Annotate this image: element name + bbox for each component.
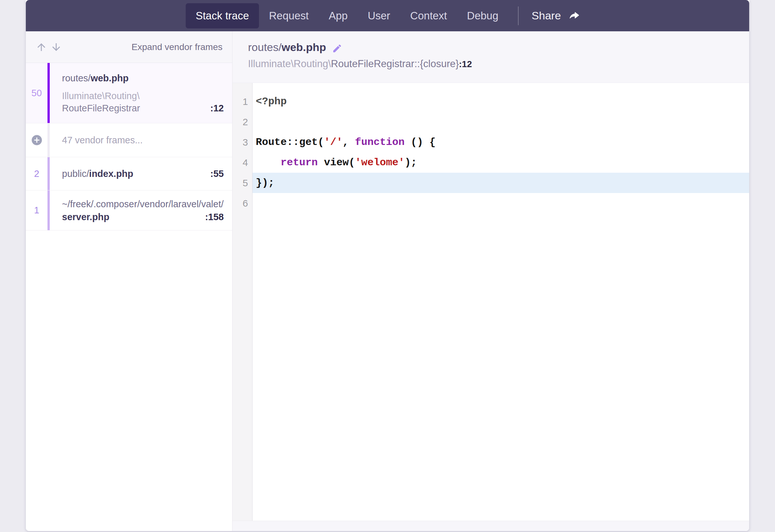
header-method: RouteFileRegistrar::{closure} [331,57,459,71]
line-number: 3 [232,132,252,152]
nav-divider [518,6,519,25]
code-line: <?php [252,91,749,112]
header-namespace: Illuminate\Routing\ [248,57,331,71]
previous-frame-button[interactable] [35,41,48,54]
share-label: Share [532,9,561,22]
tab-stack-trace[interactable]: Stack trace [186,3,259,28]
tab-request[interactable]: Request [259,3,319,28]
expand-vendor-frames-button[interactable]: Expand vendor frames [131,42,222,52]
frame-line-number: :12 [210,102,224,114]
frame-item[interactable]: 1 ~/freek/.composer/vendor/laravel/valet… [26,190,232,230]
top-nav: Stack traceRequestAppUserContextDebug Sh… [26,0,749,31]
frame-number: 50 [26,88,47,98]
frame-path-prefix: ~/freek/.composer/vendor/laravel/valet/ [62,198,224,210]
code-line: return view('welome'); [252,152,749,173]
header-file-path: routes/web.php [248,40,326,57]
tab-app[interactable]: App [319,3,358,28]
frame-namespace: Illuminate\Routing\ [62,90,224,102]
frame-item-selected[interactable]: 50 routes/web.php Illuminate\Routing\ Ro… [26,63,232,123]
header-line-number: :12 [459,57,472,71]
code-line: Route::get('/', function () { [252,132,749,152]
frame-path-prefix: public/ [62,167,89,180]
vendor-frames-toggle[interactable]: 47 vendor frames... [26,123,232,157]
frame-list: 50 routes/web.php Illuminate\Routing\ Ro… [26,63,232,531]
line-number-gutter: 123456 [232,83,252,521]
code-content[interactable]: <?phpRoute::get('/', function () { retur… [252,83,749,521]
frame-line-number: :158 [205,210,224,223]
frame-file-name: web.php [91,72,129,85]
arrow-up-icon [36,41,47,53]
tab-debug[interactable]: Debug [457,3,508,28]
frame-line-number: :55 [210,167,224,180]
stack-trace-sidebar: Expand vendor frames 50 routes/web.php I… [26,31,232,531]
frame-number: 1 [26,205,47,216]
frame-body: routes/web.php Illuminate\Routing\ Route… [47,63,232,123]
share-icon [568,10,580,21]
code-line [252,193,749,213]
share-button[interactable]: Share [523,9,589,22]
pencil-icon [332,43,342,54]
code-editor: 123456 <?phpRoute::get('/', function () … [232,83,749,521]
code-panel: routes/web.php Illuminate\Routing\RouteF… [232,31,749,531]
header-file-name: web.php [281,41,326,53]
arrow-down-icon [50,41,62,53]
header-path-prefix: routes/ [248,41,281,53]
frame-item[interactable]: 2 public/index.php :55 [26,157,232,190]
line-number: 2 [232,112,252,132]
frame-body: public/index.php :55 [47,157,232,190]
frame-number-cell [26,134,47,146]
code-panel-footer [232,521,749,531]
edit-file-button[interactable] [332,43,342,54]
frame-number: 2 [26,169,47,179]
tab-user[interactable]: User [358,3,401,28]
line-number: 4 [232,152,252,173]
line-number: 5 [232,173,252,193]
plus-circle-icon [31,134,43,146]
tab-context[interactable]: Context [400,3,457,28]
line-number: 6 [232,193,252,213]
error-debugger-card: Stack traceRequestAppUserContextDebug Sh… [26,0,749,531]
content-area: Expand vendor frames 50 routes/web.php I… [26,31,749,531]
code-line-highlighted: }); [252,173,749,193]
frame-body: ~/freek/.composer/vendor/laravel/valet/ … [47,190,232,230]
frame-file-name: server.php [62,210,109,223]
nav-tab-group: Stack traceRequestAppUserContextDebug Sh… [186,3,589,28]
frame-path-prefix: routes/ [62,72,91,85]
frame-file-name: index.php [89,167,133,180]
code-line [252,112,749,132]
code-panel-header: routes/web.php Illuminate\Routing\RouteF… [232,31,749,83]
frame-class-name: RouteFileRegistrar [62,102,140,114]
nav-tabs: Stack traceRequestAppUserContextDebug [186,3,508,28]
frame-body: 47 vendor frames... [47,123,232,157]
line-number: 1 [232,91,252,112]
sidebar-header: Expand vendor frames [26,31,232,63]
next-frame-button[interactable] [50,41,63,54]
vendor-frames-label: 47 vendor frames... [62,135,224,146]
